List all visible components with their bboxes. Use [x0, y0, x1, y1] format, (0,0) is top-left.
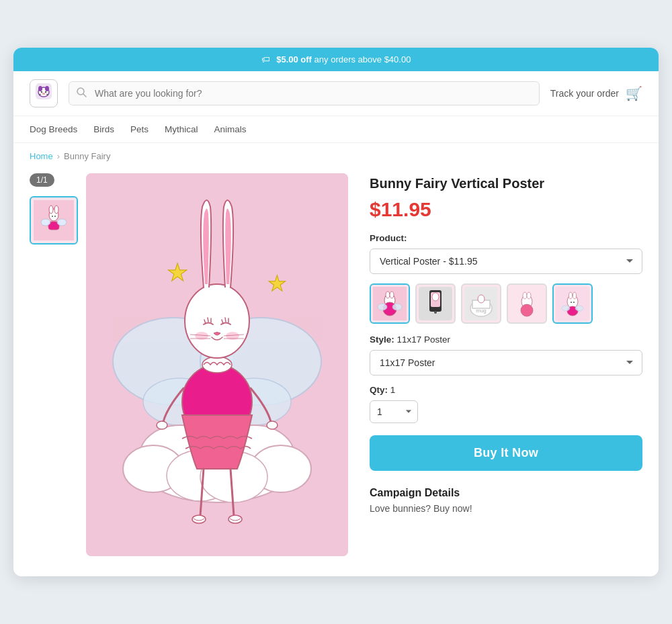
main-thumbnail[interactable]: [30, 196, 78, 244]
svg-point-79: [569, 292, 573, 299]
product-type-select[interactable]: Vertical Poster - $11.95 Phone Case - $1…: [370, 249, 642, 274]
svg-point-85: [575, 306, 583, 311]
nav-item-dog-breeds[interactable]: Dog Breeds: [30, 123, 77, 136]
buy-now-button[interactable]: Buy It Now: [370, 435, 642, 471]
left-column: 1/1: [30, 173, 348, 556]
discount-amount: $5.00 off: [276, 54, 312, 64]
variant-thumb-3[interactable]: [507, 283, 547, 324]
variant-thumb-2[interactable]: mug: [461, 283, 501, 324]
logo-icon: [34, 82, 53, 105]
breadcrumb: Home › Bunny Fairy: [13, 143, 659, 167]
product-variant-thumbnails: mug: [370, 283, 642, 324]
svg-text:★: ★: [267, 271, 287, 296]
variant-thumb-image-3: [508, 285, 546, 322]
main-content: 1/1: [13, 167, 659, 576]
campaign-description: Love bunnies? Buy now!: [370, 503, 642, 514]
svg-point-80: [573, 292, 577, 299]
variant-thumb-0[interactable]: [370, 283, 410, 324]
svg-point-57: [386, 292, 390, 298]
banner-text: any orders above $40.00: [314, 54, 411, 64]
svg-point-76: [521, 304, 533, 316]
svg-point-82: [573, 302, 575, 303]
svg-text:★: ★: [167, 259, 188, 286]
svg-point-70: [478, 295, 485, 303]
svg-point-16: [54, 206, 58, 214]
variant-thumb-image-2: mug: [462, 285, 500, 322]
svg-point-61: [392, 304, 402, 310]
svg-point-75: [527, 292, 531, 299]
logo[interactable]: [30, 79, 58, 107]
style-value: 11x17 Poster: [397, 335, 451, 345]
svg-point-81: [571, 302, 572, 303]
variant-thumb-4[interactable]: [552, 283, 593, 324]
discount-icon: 🏷: [261, 54, 270, 64]
navigation: Dog Breeds Birds Pets Mythical Animals: [13, 116, 659, 143]
svg-point-60: [378, 304, 387, 310]
header-right: Track your order 🛒: [550, 85, 642, 101]
style-label: Style: 11x17 Poster: [370, 335, 642, 345]
breadcrumb-separator: ›: [57, 151, 60, 161]
track-order-link[interactable]: Track your order: [550, 88, 619, 99]
campaign-title: Campaign Details: [370, 487, 642, 499]
search-container: [69, 81, 540, 105]
breadcrumb-home[interactable]: Home: [30, 151, 53, 161]
svg-line-44: [208, 318, 208, 322]
right-column: Bunny Fairy Vertical Poster $11.95 Produ…: [370, 173, 642, 556]
thumbnail-column: 1/1: [30, 173, 78, 556]
svg-point-2: [38, 86, 42, 91]
product-title: Bunny Fairy Vertical Poster: [370, 176, 642, 191]
thumbnail-image: [31, 197, 77, 243]
main-product-image: ★ ★: [86, 173, 348, 556]
header: Track your order 🛒: [13, 71, 659, 116]
variant-thumb-1[interactable]: [415, 283, 456, 324]
nav-item-birds[interactable]: Birds: [93, 123, 114, 136]
cart-icon[interactable]: 🛒: [626, 85, 642, 101]
svg-point-21: [57, 219, 67, 226]
top-banner: 🏷 $5.00 off any orders above $40.00: [13, 48, 659, 71]
svg-point-3: [45, 86, 49, 91]
svg-point-5: [45, 91, 46, 93]
svg-point-4: [41, 91, 42, 93]
search-input[interactable]: [69, 81, 540, 105]
svg-line-47: [225, 318, 226, 322]
variant-thumb-image-1: [417, 285, 454, 322]
svg-line-12: [83, 94, 86, 97]
breadcrumb-current: Bunny Fairy: [64, 151, 110, 161]
nav-item-pets[interactable]: Pets: [130, 123, 149, 136]
variant-thumb-image-0: [371, 285, 409, 322]
svg-point-17: [52, 216, 53, 217]
svg-point-42: [185, 284, 249, 358]
main-image-wrap: ★ ★: [86, 173, 348, 556]
qty-select[interactable]: 1 2 3 4 5: [370, 400, 418, 423]
image-counter: 1/1: [30, 173, 54, 187]
qty-label: Qty: 1: [370, 385, 642, 395]
svg-point-38: [157, 421, 167, 429]
nav-item-animals[interactable]: Animals: [214, 123, 247, 136]
page-wrapper: 🏷 $5.00 off any orders above $40.00: [13, 48, 659, 576]
svg-point-20: [41, 219, 50, 226]
svg-point-15: [49, 206, 53, 214]
variant-thumb-image-4: [554, 285, 591, 322]
svg-text:mug: mug: [476, 308, 487, 314]
product-label: Product:: [370, 233, 642, 243]
svg-point-39: [267, 421, 278, 429]
svg-point-65: [432, 293, 439, 301]
product-price: $11.95: [370, 198, 642, 221]
nav-item-mythical[interactable]: Mythical: [165, 123, 198, 136]
svg-point-66: [434, 311, 437, 314]
search-icon: [77, 87, 87, 99]
svg-point-18: [54, 216, 56, 217]
svg-point-6: [42, 93, 46, 95]
svg-point-58: [390, 292, 394, 298]
svg-point-74: [523, 292, 527, 299]
style-select[interactable]: 11x17 Poster 8x10 Poster 12x16 Poster: [370, 350, 642, 375]
svg-point-84: [562, 306, 570, 311]
qty-display-value: 1: [390, 385, 396, 395]
